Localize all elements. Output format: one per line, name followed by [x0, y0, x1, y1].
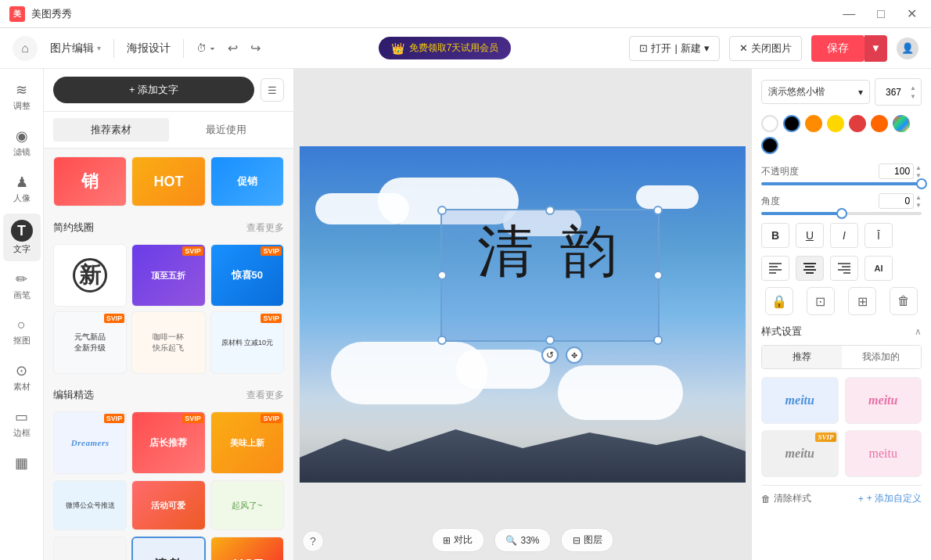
- handle-ml[interactable]: [437, 271, 447, 280]
- sidebar-item-portrait[interactable]: ♟ 人像: [3, 167, 41, 210]
- color-white[interactable]: [761, 115, 778, 132]
- angle-input[interactable]: [879, 193, 914, 209]
- maximize-btn[interactable]: □: [872, 5, 890, 23]
- clear-style-btn[interactable]: 🗑 清除样式: [761, 492, 811, 505]
- save-btn[interactable]: 保存: [811, 35, 864, 62]
- align-right-btn[interactable]: [830, 256, 858, 281]
- sidebar-item-cutout[interactable]: ○ 抠图: [3, 311, 41, 353]
- rotate-handle[interactable]: ↺: [541, 346, 559, 364]
- sticker-surprise-50[interactable]: SVIP 惊喜50: [210, 244, 284, 307]
- align-left-btn[interactable]: [761, 256, 789, 281]
- font-size-input[interactable]: [882, 87, 905, 98]
- sticker-xin[interactable]: 销: [53, 156, 127, 206]
- sticker-weibo[interactable]: 微博公众号推送: [53, 480, 127, 530]
- editor-picks-more[interactable]: 查看更多: [246, 389, 284, 402]
- close-img-btn[interactable]: ✕ 关闭图片: [729, 36, 802, 61]
- layers-btn[interactable]: ⊟ 图层: [561, 528, 614, 552]
- color-orange2[interactable]: [871, 115, 888, 132]
- home-btn[interactable]: ⌂: [13, 36, 38, 61]
- delete-btn[interactable]: 🗑: [890, 287, 918, 315]
- handle-tr[interactable]: [653, 206, 663, 215]
- style-tab-recommended[interactable]: 推荐: [762, 346, 842, 368]
- simple-line-more[interactable]: 查看更多: [246, 221, 284, 235]
- layers-panel-btn[interactable]: ⊞: [848, 287, 876, 315]
- tab-recommended[interactable]: 推荐素材: [53, 118, 169, 142]
- handle-mr[interactable]: [653, 271, 663, 280]
- text-selection-box[interactable]: 清 韵 ↺ ✥: [440, 209, 660, 342]
- style-tab-added[interactable]: 我添加的: [842, 346, 922, 368]
- sticker-shopkeeper[interactable]: SVIP 店长推荐: [131, 411, 205, 474]
- align-center-btn[interactable]: [796, 256, 824, 281]
- font-select-box[interactable]: 演示悠然小楷 ▾: [761, 80, 870, 104]
- style-item-2[interactable]: meitu: [845, 377, 922, 424]
- add-custom-btn[interactable]: + + 添加自定义: [858, 492, 922, 505]
- zoom-btn[interactable]: 🔍 33%: [494, 528, 551, 552]
- sidebar-item-text[interactable]: T 文字: [3, 214, 41, 261]
- color-orange[interactable]: [805, 115, 822, 132]
- sticker-hot-bottom[interactable]: HOT: [210, 537, 284, 560]
- color-black[interactable]: [783, 115, 800, 132]
- copy-btn[interactable]: ⊡: [807, 287, 835, 315]
- font-size-down[interactable]: ▼: [908, 92, 918, 100]
- close-btn[interactable]: ✕: [902, 5, 922, 23]
- sticker-new-circle[interactable]: 新: [53, 244, 127, 307]
- help-btn[interactable]: ?: [302, 530, 324, 552]
- lock-btn[interactable]: 🔒: [765, 287, 793, 315]
- add-text-btn[interactable]: + 添加文字: [53, 77, 254, 103]
- opacity-input[interactable]: [879, 163, 914, 179]
- handle-bl[interactable]: [437, 336, 447, 345]
- style-item-1[interactable]: meitu: [761, 377, 839, 424]
- angle-up[interactable]: ▲: [915, 194, 922, 201]
- sticker-material[interactable]: SVIP 原材料 立减10元: [210, 311, 284, 374]
- style-item-4[interactable]: meitu: [845, 430, 922, 477]
- edit-menu[interactable]: 图片编辑 ▾: [50, 41, 101, 56]
- redo-btn[interactable]: ↪: [250, 41, 261, 56]
- style-chevron-icon[interactable]: ∧: [915, 326, 922, 337]
- filter-icon-btn[interactable]: ☰: [261, 78, 284, 102]
- underline-btn[interactable]: U: [796, 223, 824, 248]
- opacity-thumb[interactable]: [916, 178, 927, 189]
- sticker-wind[interactable]: 起风了~: [210, 480, 284, 530]
- user-avatar[interactable]: 👤: [897, 38, 918, 59]
- style-item-3[interactable]: SVIP meitu: [761, 430, 839, 477]
- sticker-promo[interactable]: 促销: [210, 156, 284, 206]
- sticker-vip-top[interactable]: SVIP 顶至五折: [131, 244, 205, 307]
- bold-btn[interactable]: B: [761, 223, 789, 248]
- transform-btn[interactable]: Ī: [864, 223, 893, 248]
- color-multi[interactable]: [893, 115, 910, 132]
- sticker-coffee[interactable]: 咖啡一杯快乐起飞: [131, 311, 205, 374]
- color-red[interactable]: [849, 115, 866, 132]
- angle-down[interactable]: ▼: [915, 202, 922, 209]
- history-btn[interactable]: ⏱ ▾: [196, 42, 215, 54]
- sticker-dreamers[interactable]: SVIP Dreamers: [53, 411, 127, 474]
- sidebar-item-frame[interactable]: ▭ 边框: [3, 402, 41, 445]
- sticker-delicious[interactable]: SVIP 美味上新: [210, 411, 284, 474]
- canvas-text[interactable]: 清 韵: [442, 210, 658, 293]
- angle-thumb[interactable]: [836, 208, 847, 219]
- sidebar-item-filter[interactable]: ◉ 滤镜: [3, 121, 41, 164]
- handle-tl[interactable]: [437, 206, 447, 215]
- sticker-fashion[interactable]: #时尚型动: [53, 537, 127, 560]
- handle-bm[interactable]: [545, 336, 555, 345]
- handle-br[interactable]: [653, 336, 663, 345]
- sticker-new-upgrade[interactable]: SVIP 元气新品全新升级: [53, 311, 127, 374]
- minimize-btn[interactable]: —: [838, 5, 860, 23]
- angle-track[interactable]: [761, 212, 922, 215]
- sticker-hot-top[interactable]: HOT: [131, 156, 205, 206]
- opacity-track[interactable]: [761, 182, 922, 185]
- color-yellow[interactable]: [827, 115, 844, 132]
- sidebar-item-mosaic[interactable]: ▦: [3, 448, 41, 478]
- save-dropdown-btn[interactable]: ▼: [864, 35, 887, 62]
- vip-banner[interactable]: 👑 免费领取7天试用会员: [379, 37, 512, 59]
- sidebar-item-adjust[interactable]: ≋ 调整: [3, 75, 41, 118]
- sticker-qingyun-selected[interactable]: 清 韵: [131, 537, 205, 560]
- italic-btn[interactable]: I: [830, 223, 858, 248]
- compare-btn[interactable]: ⊞ 对比: [431, 528, 484, 552]
- font-size-up[interactable]: ▲: [908, 84, 918, 92]
- undo-btn[interactable]: ↩: [228, 41, 238, 56]
- opacity-up[interactable]: ▲: [915, 164, 922, 171]
- handle-tm[interactable]: [545, 206, 555, 215]
- tab-recent[interactable]: 最近使用: [169, 118, 285, 142]
- ai-btn[interactable]: AI: [864, 256, 893, 281]
- color-more-btn[interactable]: [761, 137, 778, 154]
